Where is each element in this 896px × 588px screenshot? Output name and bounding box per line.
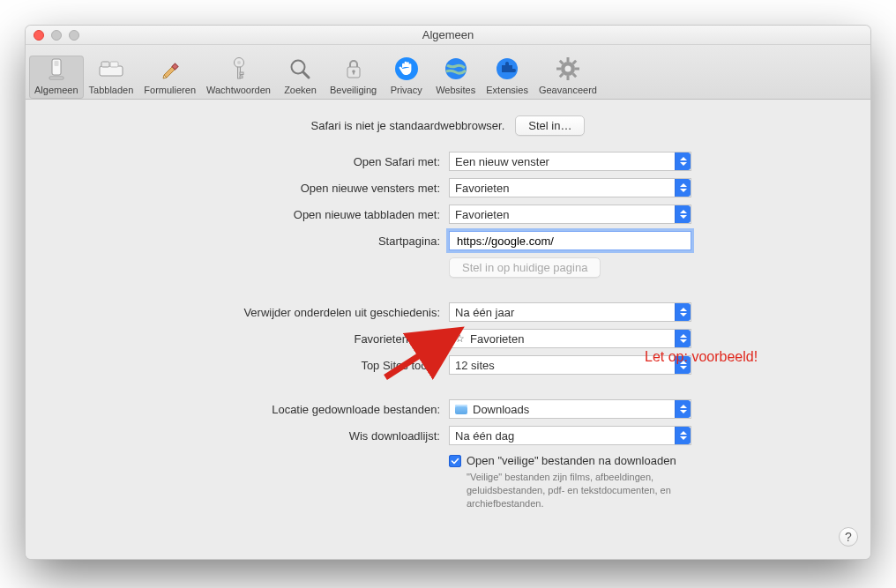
- open-safari-label: Open Safari met:: [26, 152, 449, 171]
- favorites-select[interactable]: ☆ Favorieten: [449, 329, 691, 348]
- select-value: 12 sites: [455, 359, 495, 372]
- lock-icon: [340, 56, 367, 82]
- check-icon: [451, 457, 459, 465]
- select-value: Downloads: [473, 403, 529, 416]
- svg-rect-5: [110, 62, 118, 67]
- minimize-icon[interactable]: [51, 30, 62, 41]
- homepage-input-wrapper: [449, 231, 691, 250]
- svg-rect-3: [100, 66, 123, 76]
- select-value: Favorieten: [455, 182, 509, 195]
- magnifier-icon: [287, 56, 313, 82]
- new-windows-select[interactable]: Favorieten: [449, 178, 691, 197]
- tab-general[interactable]: Algemeen: [29, 56, 84, 99]
- history-select[interactable]: Na één jaar: [449, 302, 691, 322]
- folder-icon: [455, 405, 467, 414]
- select-value: Favorieten: [470, 332, 524, 346]
- svg-rect-13: [240, 76, 243, 78]
- svg-rect-1: [54, 61, 58, 66]
- topsites-label: Top Sites toont:: [26, 355, 449, 375]
- tab-label: Privacy: [391, 85, 422, 95]
- tab-privacy[interactable]: Privacy: [382, 56, 430, 99]
- open-safe-files-checkbox[interactable]: [449, 455, 461, 467]
- default-browser-message: Safari is niet je standaardwebbrowser.: [311, 119, 505, 132]
- open-safari-select[interactable]: Een nieuw venster: [449, 152, 691, 171]
- help-icon: ?: [845, 530, 852, 544]
- tab-label: Extensies: [486, 85, 528, 95]
- tab-passwords[interactable]: Wachtwoorden: [201, 56, 276, 99]
- tab-tabs[interactable]: Tabbladen: [84, 56, 139, 99]
- new-tabs-label: Open nieuwe tabbladen met:: [26, 205, 449, 224]
- tabs-icon: [98, 56, 124, 82]
- open-safe-files-help: "Veilige" bestanden zijn films, afbeeldi…: [467, 471, 731, 510]
- switch-icon: [43, 56, 70, 82]
- tab-autofill[interactable]: Formulieren: [138, 56, 201, 99]
- clear-downloads-select[interactable]: Na één dag: [449, 426, 691, 445]
- svg-rect-25: [556, 68, 561, 71]
- gear-icon: [555, 56, 581, 82]
- svg-point-31: [564, 66, 571, 72]
- open-safe-files-label: Open "veilige" bestanden na downloaden: [467, 454, 676, 467]
- chevron-updown-icon: [675, 400, 691, 418]
- svg-rect-12: [240, 72, 243, 75]
- tab-extensions[interactable]: Extensies: [481, 56, 534, 99]
- select-value: Een nieuw venster: [455, 155, 549, 168]
- preferences-window: Algemeen Algemeen Tabblade: [25, 25, 871, 560]
- set-current-page-button[interactable]: Stel in op huidige pagina: [449, 257, 601, 278]
- svg-rect-18: [353, 71, 355, 75]
- chevron-updown-icon: [675, 427, 691, 444]
- tab-search[interactable]: Zoeken: [276, 56, 325, 99]
- new-windows-label: Open nieuwe vensters met:: [26, 178, 449, 197]
- prefs-toolbar: Algemeen Tabbladen Formulieren: [26, 45, 870, 100]
- select-value: Favorieten: [455, 208, 509, 221]
- globe-icon: [443, 56, 469, 82]
- svg-rect-4: [101, 62, 109, 67]
- tab-advanced[interactable]: Geavanceerd: [534, 56, 602, 99]
- key-icon: [226, 56, 252, 82]
- puzzle-icon: [494, 56, 520, 82]
- close-icon[interactable]: [34, 30, 44, 41]
- chevron-updown-icon: [675, 179, 691, 197]
- svg-point-10: [237, 61, 241, 64]
- chevron-updown-icon: [675, 330, 691, 347]
- svg-point-20: [445, 58, 467, 79]
- tab-label: Beveiliging: [330, 85, 377, 95]
- svg-rect-2: [49, 77, 63, 79]
- tab-label: Zoeken: [284, 85, 317, 95]
- annotation-text: Let op: voorbeeld!: [645, 349, 758, 365]
- tab-websites[interactable]: Websites: [430, 56, 481, 99]
- chevron-updown-icon: [675, 205, 691, 223]
- tab-label: Algemeen: [34, 85, 78, 95]
- chevron-updown-icon: [675, 303, 691, 321]
- set-default-button[interactable]: Stel in…: [515, 115, 585, 136]
- chevron-updown-icon: [675, 153, 691, 170]
- select-value: Na één dag: [455, 429, 514, 443]
- window-title: Algemeen: [422, 28, 474, 41]
- help-button[interactable]: ?: [839, 527, 858, 547]
- new-tabs-select[interactable]: Favorieten: [449, 205, 691, 224]
- favorites-label: Favorieten toont:: [26, 329, 449, 348]
- zoom-icon[interactable]: [69, 30, 79, 41]
- svg-rect-24: [566, 76, 569, 80]
- download-location-label: Locatie gedownloade bestanden:: [26, 399, 449, 419]
- homepage-label: Startpagina:: [26, 231, 449, 250]
- tab-label: Wachtwoorden: [206, 85, 271, 95]
- svg-line-15: [303, 72, 309, 78]
- download-location-select[interactable]: Downloads: [449, 399, 691, 419]
- window-controls: [34, 30, 79, 41]
- select-value: Na één jaar: [455, 306, 514, 319]
- titlebar: Algemeen: [26, 26, 870, 45]
- hand-icon: [393, 56, 420, 82]
- svg-rect-23: [566, 57, 569, 62]
- tab-label: Formulieren: [144, 85, 196, 95]
- general-pane: Safari is niet je standaardwebbrowser. S…: [26, 100, 870, 559]
- star-icon: ☆: [455, 332, 465, 345]
- history-label: Verwijder onderdelen uit geschiedenis:: [26, 302, 449, 322]
- pencil-icon: [157, 56, 183, 82]
- homepage-input[interactable]: [455, 234, 685, 249]
- tab-label: Tabbladen: [89, 85, 134, 95]
- svg-rect-26: [575, 68, 579, 71]
- clear-downloads-label: Wis downloadlijst:: [26, 426, 449, 445]
- tab-label: Geavanceerd: [539, 85, 597, 95]
- tab-security[interactable]: Beveiliging: [325, 56, 382, 99]
- tab-label: Websites: [436, 85, 475, 95]
